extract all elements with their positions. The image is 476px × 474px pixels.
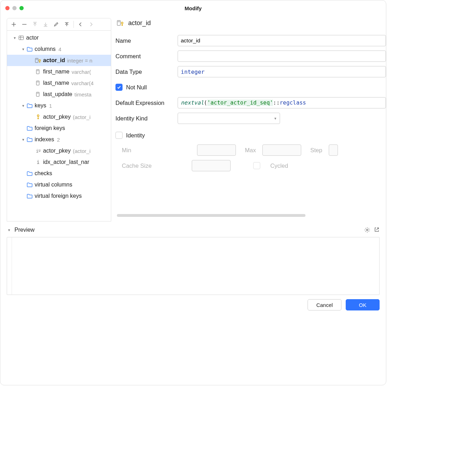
detail-title: actor_id bbox=[128, 19, 151, 27]
cache-input bbox=[192, 160, 231, 171]
preview-editor[interactable] bbox=[7, 237, 380, 295]
idkind-input[interactable] bbox=[178, 113, 280, 124]
forward-button[interactable] bbox=[86, 19, 96, 30]
tree-label: virtual foreign keys bbox=[35, 193, 82, 199]
cycled-checkbox bbox=[253, 162, 260, 169]
svg-rect-2 bbox=[36, 59, 38, 60]
preview-section: ▾ Preview bbox=[7, 225, 380, 295]
edit-button[interactable] bbox=[51, 19, 61, 30]
svg-rect-0 bbox=[19, 36, 24, 40]
max-label: Max bbox=[245, 147, 256, 154]
tree-node-virtual-columns[interactable]: ▾ virtual columns bbox=[7, 179, 111, 190]
back-button[interactable] bbox=[75, 19, 86, 30]
chevron-down-icon: ▾ bbox=[20, 137, 26, 142]
cycled-label: Cycled bbox=[270, 162, 288, 169]
datatype-input[interactable]: integer bbox=[178, 66, 386, 77]
tree-label: actor_pkey bbox=[43, 114, 71, 120]
name-input[interactable] bbox=[178, 35, 386, 46]
gear-icon[interactable] bbox=[364, 227, 370, 233]
tree-label: virtual columns bbox=[35, 182, 72, 188]
index-unique-icon: iU bbox=[35, 148, 42, 154]
defexpr-label: Default Expression bbox=[115, 100, 178, 106]
add-button[interactable] bbox=[8, 19, 19, 30]
svg-point-3 bbox=[39, 60, 40, 61]
folder-icon bbox=[26, 126, 33, 131]
tree-type: integer = n bbox=[67, 58, 92, 64]
chevron-down-icon: ▾ bbox=[20, 103, 26, 108]
index-icon: i bbox=[35, 159, 42, 165]
identity-checkbox[interactable] bbox=[115, 132, 123, 139]
folder-icon bbox=[26, 103, 33, 108]
tree-node-column[interactable]: ▾ first_name varchar( bbox=[7, 66, 111, 77]
chevron-down-icon[interactable]: ▾ bbox=[7, 228, 12, 232]
tree-panel: ▾ actor ▾ columns 4 ▾ actor_id bbox=[7, 18, 111, 221]
folder-icon bbox=[26, 47, 33, 52]
tree-node-columns[interactable]: ▾ columns 4 bbox=[7, 43, 111, 55]
defexpr-fn: nextval bbox=[181, 100, 204, 106]
tree-label: actor bbox=[26, 35, 39, 41]
ok-button[interactable]: OK bbox=[346, 299, 380, 310]
minimize-window-button[interactable] bbox=[12, 6, 17, 10]
tree-count: 2 bbox=[57, 137, 60, 143]
folder-icon bbox=[26, 182, 33, 187]
tree-label: checks bbox=[35, 170, 52, 177]
tree-node-key[interactable]: ▾ actor_pkey (actor_i bbox=[7, 111, 111, 123]
tree-type: timesta bbox=[75, 91, 91, 97]
move-down-button[interactable] bbox=[40, 19, 51, 30]
tree-label: actor_id bbox=[43, 57, 65, 64]
svg-point-14 bbox=[367, 229, 368, 231]
tree-detail: (actor_i bbox=[73, 148, 90, 154]
close-window-button[interactable] bbox=[5, 6, 10, 10]
tree-node-foreign-keys[interactable]: ▾ foreign keys bbox=[7, 123, 111, 134]
object-tree[interactable]: ▾ actor ▾ columns 4 ▾ actor_id bbox=[7, 31, 111, 221]
column-icon bbox=[35, 69, 42, 75]
tree-node-column[interactable]: ▾ last_name varchar(4 bbox=[7, 77, 111, 89]
tree-node-table[interactable]: ▾ actor bbox=[7, 32, 111, 43]
defexpr-cast: regclass bbox=[280, 100, 306, 106]
tree-label: columns bbox=[35, 46, 56, 52]
defexpr-input[interactable]: nextval('actor_actor_id_seq'::regclass bbox=[178, 97, 386, 108]
open-external-icon[interactable] bbox=[374, 227, 380, 233]
revert-button[interactable] bbox=[61, 19, 72, 30]
svg-rect-12 bbox=[118, 21, 120, 23]
horizontal-scrollbar[interactable] bbox=[117, 214, 383, 217]
step-label: Step bbox=[310, 147, 322, 154]
dialog-footer: Cancel OK bbox=[0, 295, 386, 310]
column-icon bbox=[35, 80, 42, 86]
svg-point-13 bbox=[121, 22, 123, 24]
folder-icon bbox=[26, 137, 33, 142]
tree-node-virtual-foreign-keys[interactable]: ▾ virtual foreign keys bbox=[7, 190, 111, 202]
remove-button[interactable] bbox=[19, 19, 30, 30]
tree-node-indexes[interactable]: ▾ indexes 2 bbox=[7, 134, 111, 145]
tree-type: varchar( bbox=[72, 69, 91, 75]
tree-node-checks[interactable]: ▾ checks bbox=[7, 168, 111, 179]
tree-label: indexes bbox=[35, 136, 54, 143]
notnull-checkbox[interactable] bbox=[115, 84, 123, 91]
comment-input[interactable] bbox=[178, 51, 386, 62]
min-input bbox=[197, 144, 236, 156]
key-icon bbox=[35, 114, 42, 120]
titlebar: Modify bbox=[0, 0, 386, 16]
chevron-down-icon: ▾ bbox=[12, 36, 18, 40]
notnull-label: Not Null bbox=[126, 84, 147, 91]
defexpr-arg: 'actor_actor_id_seq' bbox=[207, 100, 273, 106]
tree-node-index[interactable]: ▾ i idx_actor_last_nar bbox=[7, 156, 111, 168]
traffic-lights bbox=[5, 6, 24, 10]
scrollbar-thumb[interactable] bbox=[117, 214, 305, 217]
tree-node-column[interactable]: ▾ actor_id integer = n bbox=[7, 55, 111, 66]
cancel-button[interactable]: Cancel bbox=[308, 299, 341, 310]
tree-node-column[interactable]: ▾ last_update timesta bbox=[7, 89, 111, 100]
tree-node-index[interactable]: ▾ iU actor_pkey (actor_i bbox=[7, 145, 111, 156]
tree-node-keys[interactable]: ▾ keys 1 bbox=[7, 100, 111, 111]
table-icon bbox=[18, 35, 25, 41]
tree-label: idx_actor_last_nar bbox=[43, 159, 89, 165]
tree-label: last_name bbox=[43, 80, 69, 86]
svg-point-10 bbox=[37, 115, 39, 117]
column-key-icon bbox=[117, 20, 124, 26]
idkind-select[interactable]: ▾ bbox=[178, 113, 280, 124]
tree-type: varchar(4 bbox=[71, 80, 94, 86]
preview-title: Preview bbox=[14, 227, 35, 233]
move-up-button[interactable] bbox=[30, 19, 40, 30]
svg-rect-5 bbox=[37, 70, 39, 71]
zoom-window-button[interactable] bbox=[19, 6, 24, 10]
